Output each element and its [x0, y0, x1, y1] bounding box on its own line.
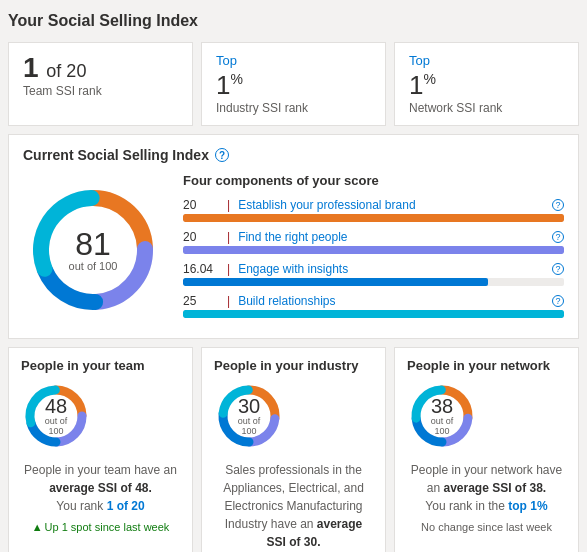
trend-up: ▲Up 1 spot since last week — [21, 521, 180, 533]
mini-donut-row: 48 out of 100 — [21, 381, 180, 451]
ssi-body: 81 out of 100 Four components of your sc… — [23, 173, 564, 326]
bottom-card-title: People in your team — [21, 358, 180, 373]
ssi-help-icon[interactable]: ? — [215, 148, 229, 162]
comp-bar-row: 25 | Build relationships ? — [183, 294, 564, 308]
trend-none: No change since last week — [407, 521, 566, 533]
bottom-card-network: People in your network 38 out of 100 Peo… — [394, 347, 579, 552]
rank-cards-row: 1 of 20 Team SSI rank Top 1% Industry SS… — [8, 42, 579, 126]
bottom-desc: People in your team have an average SSI … — [21, 461, 180, 515]
dashboard-container: Your Social Selling Index 1 of 20 Team S… — [0, 0, 587, 552]
comp-bar-track — [183, 214, 564, 222]
comp-bar-row: 16.04 | Engage with insights ? — [183, 262, 564, 276]
ssi-donut: 81 out of 100 — [23, 180, 163, 320]
comp-value: 16.04 — [183, 262, 221, 276]
mini-donut-wrapper: 48 out of 100 — [21, 381, 91, 451]
trend-row: ▲Up 1 spot since last week — [21, 521, 180, 533]
comp-bar-fill — [183, 310, 564, 318]
mini-score-number: 38 — [425, 396, 460, 416]
trend-row: No change since last week — [407, 521, 566, 533]
bottom-desc: Sales professionals in the Appliances, E… — [214, 461, 373, 552]
bottom-card-title: People in your industry — [214, 358, 373, 373]
ssi-score-number: 81 — [69, 228, 118, 260]
bottom-card-industry: People in your industry 30 out of 100 Sa… — [201, 347, 386, 552]
mini-score-number: 48 — [39, 396, 74, 416]
comp-link[interactable]: Engage with insights — [238, 262, 542, 276]
mini-score: 38 out of 100 — [425, 396, 460, 436]
desc-avg: average SSI of 38. — [443, 481, 546, 495]
rank-label: Network SSI rank — [409, 101, 564, 115]
rank-number: 1 of 20 — [23, 53, 178, 84]
comp-bar-track — [183, 278, 564, 286]
rank-highlight: 1 of 20 — [107, 499, 145, 513]
rank-label: Team SSI rank — [23, 84, 178, 98]
mini-score: 30 out of 100 — [232, 396, 267, 436]
comp-help-icon[interactable]: ? — [552, 199, 564, 211]
rank-label: Industry SSI rank — [216, 101, 371, 115]
ssi-score: 81 out of 100 — [69, 228, 118, 272]
comp-bar-fill — [183, 214, 564, 222]
rank-card-network: Top 1% Network SSI rank — [394, 42, 579, 126]
comp-link[interactable]: Find the right people — [238, 230, 542, 244]
desc-line1: Sales professionals in the Appliances, E… — [223, 463, 364, 549]
rank-text: You rank in the top 1% — [425, 499, 547, 513]
bottom-cards-row: People in your team 48 out of 100 People… — [8, 347, 579, 552]
rank-text: You rank 1 of 20 — [56, 499, 144, 513]
rank-top-pct: 1% — [216, 70, 371, 101]
mini-donut-wrapper: 38 out of 100 — [407, 381, 477, 451]
desc-avg: average SSI of 48. — [49, 481, 152, 495]
rank-card-team: 1 of 20 Team SSI rank — [8, 42, 193, 126]
desc-line1: People in your network have an average S… — [411, 463, 562, 495]
desc-avg: average SSI of 30. — [266, 517, 362, 549]
trend-arrow-icon: ▲ — [32, 521, 43, 533]
comp-help-icon[interactable]: ? — [552, 231, 564, 243]
mini-donut-row: 38 out of 100 — [407, 381, 566, 451]
comp-help-icon[interactable]: ? — [552, 295, 564, 307]
mini-score-label: out of 100 — [425, 416, 460, 436]
mini-score-label: out of 100 — [232, 416, 267, 436]
comp-item: 20 | Find the right people ? — [183, 230, 564, 254]
bottom-desc: People in your network have an average S… — [407, 461, 566, 515]
comp-item: 20 | Establish your professional brand ? — [183, 198, 564, 222]
rank-top-label: Top — [216, 53, 371, 68]
ssi-title-text: Current Social Selling Index — [23, 147, 209, 163]
components-title: Four components of your score — [183, 173, 564, 188]
comp-link[interactable]: Build relationships — [238, 294, 542, 308]
comp-item: 16.04 | Engage with insights ? — [183, 262, 564, 286]
mini-score: 48 out of 100 — [39, 396, 74, 436]
comp-bar-row: 20 | Find the right people ? — [183, 230, 564, 244]
comp-value: 20 — [183, 230, 221, 244]
comp-bar-fill — [183, 246, 564, 254]
bottom-card-team: People in your team 48 out of 100 People… — [8, 347, 193, 552]
rank-card-industry: Top 1% Industry SSI rank — [201, 42, 386, 126]
trend-text: Up 1 spot since last week — [45, 521, 170, 533]
comp-bar-row: 20 | Establish your professional brand ? — [183, 198, 564, 212]
rank-highlight: top 1% — [508, 499, 547, 513]
ssi-title: Current Social Selling Index ? — [23, 147, 564, 163]
bottom-card-title: People in your network — [407, 358, 566, 373]
comp-value: 25 — [183, 294, 221, 308]
ssi-section: Current Social Selling Index ? 81 out of… — [8, 134, 579, 339]
mini-score-number: 30 — [232, 396, 267, 416]
mini-donut-wrapper: 30 out of 100 — [214, 381, 284, 451]
desc-line1: People in your team have an average SSI … — [24, 463, 177, 495]
ssi-score-label: out of 100 — [69, 260, 118, 272]
mini-donut-row: 30 out of 100 — [214, 381, 373, 451]
comp-item: 25 | Build relationships ? — [183, 294, 564, 318]
comp-bar-track — [183, 310, 564, 318]
page-title: Your Social Selling Index — [8, 8, 579, 34]
comp-value: 20 — [183, 198, 221, 212]
rank-top-pct: 1% — [409, 70, 564, 101]
mini-score-label: out of 100 — [39, 416, 74, 436]
rank-top-label: Top — [409, 53, 564, 68]
comp-bar-fill — [183, 278, 488, 286]
comp-help-icon[interactable]: ? — [552, 263, 564, 275]
ssi-components: Four components of your score 20 | Estab… — [183, 173, 564, 326]
comp-bar-track — [183, 246, 564, 254]
comp-link[interactable]: Establish your professional brand — [238, 198, 542, 212]
